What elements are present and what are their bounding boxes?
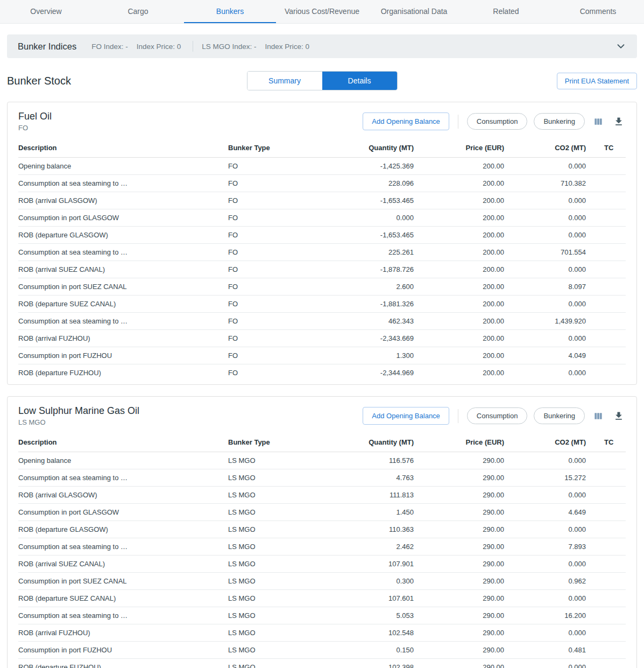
tab-various-cost-revenue[interactable]: Various Cost/Revenue bbox=[276, 0, 368, 23]
table-row[interactable]: Consumption in port SUEZ CANALFO2.600200… bbox=[18, 278, 626, 296]
table-row[interactable]: Opening balanceFO-1,425.369200.000.000 bbox=[18, 158, 626, 175]
cell-bunker-type: FO bbox=[228, 261, 312, 278]
column-header-tc: TC bbox=[586, 434, 626, 452]
tab-overview[interactable]: Overview bbox=[0, 0, 92, 23]
page-title: Bunker Stock bbox=[7, 75, 247, 87]
column-header-description: Description bbox=[18, 139, 228, 158]
details-toggle-button[interactable]: Details bbox=[322, 72, 397, 90]
cell-tc bbox=[586, 624, 626, 642]
table-row[interactable]: Consumption in port FUZHOULS MGO0.150290… bbox=[18, 642, 626, 659]
cell-bunker-type: FO bbox=[228, 227, 312, 244]
table-row[interactable]: ROB (departure SUEZ CANAL)LS MGO107.6012… bbox=[18, 590, 626, 607]
column-header-bunker-type: Bunker Type bbox=[228, 434, 312, 452]
table-row[interactable]: Consumption in port FUZHOUFO1.300200.004… bbox=[18, 347, 626, 364]
chevron-down-icon[interactable] bbox=[614, 40, 627, 53]
bunkering-button[interactable]: Bunkering bbox=[534, 113, 585, 130]
table-row[interactable]: Consumption at sea steaming to …LS MGO5.… bbox=[18, 607, 626, 624]
cell-quantity: 1.450 bbox=[312, 504, 414, 521]
cell-tc bbox=[586, 487, 626, 504]
cell-price: 200.00 bbox=[414, 158, 504, 175]
table-row[interactable]: ROB (arrival FUZHOU)LS MGO102.548290.000… bbox=[18, 624, 626, 642]
table-row[interactable]: ROB (arrival SUEZ CANAL)LS MGO107.901290… bbox=[18, 556, 626, 573]
cell-quantity: -2,343.669 bbox=[312, 330, 414, 347]
cell-co2: 0.000 bbox=[504, 158, 586, 175]
cell-quantity: -1,653.465 bbox=[312, 227, 414, 244]
table-row[interactable]: ROB (arrival GLASGOW)LS MGO111.813290.00… bbox=[18, 487, 626, 504]
column-header-quantity: Quantity (MT) bbox=[312, 434, 414, 452]
table-row[interactable]: ROB (departure FUZHOU)FO-2,344.969200.00… bbox=[18, 364, 626, 382]
cell-price: 290.00 bbox=[414, 487, 504, 504]
cell-bunker-type: LS MGO bbox=[228, 469, 312, 487]
cell-bunker-type: FO bbox=[228, 209, 312, 227]
summary-toggle-button[interactable]: Summary bbox=[247, 72, 322, 90]
cell-description: Opening balance bbox=[18, 452, 228, 469]
add-opening-balance-button[interactable]: Add Opening Balance bbox=[363, 407, 449, 425]
cell-co2: 0.000 bbox=[504, 330, 586, 347]
table-row[interactable]: Consumption in port GLASGOWLS MGO1.45029… bbox=[18, 504, 626, 521]
table-row[interactable]: Consumption in port SUEZ CANALLS MGO0.30… bbox=[18, 573, 626, 590]
column-header-price: Price (EUR) bbox=[414, 139, 504, 158]
table-row[interactable]: Consumption at sea steaming to …LS MGO2.… bbox=[18, 538, 626, 556]
cell-description: Consumption at sea steaming to … bbox=[18, 313, 228, 330]
consumption-button[interactable]: Consumption bbox=[467, 407, 528, 424]
table-row[interactable]: ROB (departure FUZHOU)LS MGO102.398290.0… bbox=[18, 659, 626, 668]
tab-related[interactable]: Related bbox=[460, 0, 552, 23]
download-icon[interactable] bbox=[612, 115, 626, 129]
table-row[interactable]: Consumption at sea steaming to …LS MGO4.… bbox=[18, 469, 626, 487]
table-row[interactable]: ROB (departure GLASGOW)FO-1,653.465200.0… bbox=[18, 227, 626, 244]
table-row[interactable]: Consumption at sea steaming to …FO225.26… bbox=[18, 244, 626, 261]
table-row[interactable]: Opening balanceLS MGO116.576290.000.000 bbox=[18, 452, 626, 469]
cell-quantity: -2,344.969 bbox=[312, 364, 414, 382]
cell-price: 200.00 bbox=[414, 175, 504, 192]
tab-comments[interactable]: Comments bbox=[552, 0, 644, 23]
cell-bunker-type: FO bbox=[228, 278, 312, 296]
table-row[interactable]: Consumption in port GLASGOWFO0.000200.00… bbox=[18, 209, 626, 227]
cell-bunker-type: FO bbox=[228, 192, 312, 209]
card-header: Fuel Oil FO Add Opening Balance Consumpt… bbox=[18, 111, 626, 132]
columns-icon[interactable] bbox=[591, 115, 605, 129]
cell-tc bbox=[586, 590, 626, 607]
cell-description: Consumption at sea steaming to … bbox=[18, 607, 228, 624]
cell-description: ROB (departure FUZHOU) bbox=[18, 364, 228, 382]
table-row[interactable]: ROB (arrival FUZHOU)FO-2,343.669200.000.… bbox=[18, 330, 626, 347]
cell-quantity: 0.000 bbox=[312, 209, 414, 227]
table-row[interactable]: ROB (departure SUEZ CANAL)FO-1,881.32620… bbox=[18, 296, 626, 313]
cell-tc bbox=[586, 659, 626, 668]
columns-icon[interactable] bbox=[591, 409, 605, 423]
cell-quantity: 4.763 bbox=[312, 469, 414, 487]
table-row[interactable]: ROB (arrival GLASGOW)FO-1,653.465200.000… bbox=[18, 192, 626, 209]
cell-bunker-type: LS MGO bbox=[228, 642, 312, 659]
table-row[interactable]: Consumption at sea steaming to …FO228.09… bbox=[18, 175, 626, 192]
bunker-table: Description Bunker Type Quantity (MT) Pr… bbox=[18, 434, 626, 668]
bunkering-button[interactable]: Bunkering bbox=[534, 407, 585, 424]
bunker-indices-bar[interactable]: Bunker Indices FO Index: - Index Price: … bbox=[7, 34, 637, 58]
cell-tc bbox=[586, 556, 626, 573]
print-eua-statement-button[interactable]: Print EUA Statement bbox=[557, 73, 637, 89]
cell-description: Consumption in port SUEZ CANAL bbox=[18, 573, 228, 590]
cell-price: 290.00 bbox=[414, 590, 504, 607]
cell-co2: 4.049 bbox=[504, 347, 586, 364]
table-row[interactable]: ROB (departure GLASGOW)LS MGO110.363290.… bbox=[18, 521, 626, 538]
card-actions: Add Opening Balance Consumption Bunkerin… bbox=[363, 112, 626, 130]
tab-cargo[interactable]: Cargo bbox=[92, 0, 184, 23]
cell-description: ROB (arrival GLASGOW) bbox=[18, 192, 228, 209]
cell-quantity: 2.462 bbox=[312, 538, 414, 556]
tab-bunkers[interactable]: Bunkers bbox=[184, 0, 276, 23]
download-icon[interactable] bbox=[612, 409, 626, 423]
cell-quantity: 107.901 bbox=[312, 556, 414, 573]
cell-co2: 15.272 bbox=[504, 469, 586, 487]
table-row[interactable]: ROB (arrival SUEZ CANAL)FO-1,878.726200.… bbox=[18, 261, 626, 278]
add-opening-balance-button[interactable]: Add Opening Balance bbox=[363, 112, 449, 130]
cell-co2: 0.000 bbox=[504, 296, 586, 313]
ls-mgo-index-price-value: Index Price: 0 bbox=[265, 43, 310, 51]
cell-price: 290.00 bbox=[414, 607, 504, 624]
tab-organisational-data[interactable]: Organisational Data bbox=[368, 0, 460, 23]
fo-index-price-value: Index Price: 0 bbox=[137, 43, 181, 51]
cell-bunker-type: LS MGO bbox=[228, 504, 312, 521]
cell-co2: 1,439.920 bbox=[504, 313, 586, 330]
cell-quantity: 102.548 bbox=[312, 624, 414, 642]
consumption-button[interactable]: Consumption bbox=[467, 113, 528, 130]
table-row[interactable]: Consumption at sea steaming to …FO462.34… bbox=[18, 313, 626, 330]
column-header-bunker-type: Bunker Type bbox=[228, 139, 312, 158]
cell-bunker-type: FO bbox=[228, 347, 312, 364]
